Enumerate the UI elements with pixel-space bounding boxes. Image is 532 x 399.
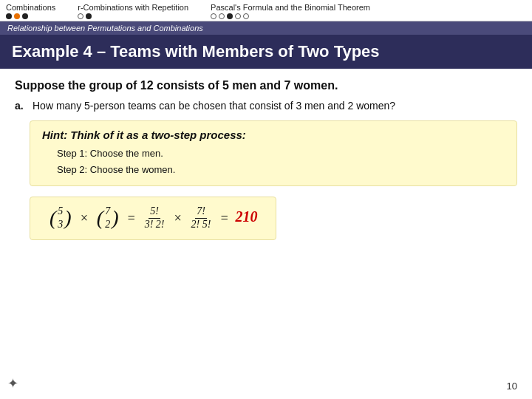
hint-box: Hint: Think of it as a two-step process:… — [30, 120, 517, 186]
nav-dots-r-combinations — [78, 13, 188, 19]
times-symbol-1: × — [80, 211, 89, 225]
binom-2: ( 7 2 ) — [97, 205, 119, 231]
nav-arrow[interactable]: ✦ — [7, 375, 18, 392]
dot-2 — [14, 13, 20, 19]
part-a: a. How many 5-person teams can be chosen… — [15, 100, 517, 112]
dot-p-4 — [235, 13, 241, 19]
equals-symbol-1: = — [126, 211, 135, 225]
nav-section-combinations[interactable]: Combinations — [6, 3, 55, 19]
nav-section-pascal-title: Pascal's Formula and the Binomial Theore… — [211, 3, 370, 12]
fraction-2: 7! 2! 5! — [190, 205, 213, 231]
main-title: Example 4 – Teams with Members of Two Ty… — [12, 42, 380, 61]
formula-text: ( 5 3 ) × ( 7 2 ) = 5! 3! 2! — [48, 208, 236, 225]
nav-section-combinations-title: Combinations — [6, 3, 55, 12]
dot-p-3 — [227, 13, 233, 19]
hint-step1: Step 1: Choose the men. — [57, 146, 505, 162]
nav-dots-combinations — [6, 13, 55, 19]
nav-section-pascal[interactable]: Pascal's Formula and the Binomial Theore… — [211, 3, 370, 19]
hint-step2: Step 2: Choose the women. — [57, 162, 505, 178]
dot-p-5 — [243, 13, 249, 19]
equals-symbol-2: = — [219, 211, 228, 225]
nav-section-r-combinations-title: r-Combinations with Repetition — [78, 3, 188, 12]
fraction-1: 5! 3! 2! — [143, 205, 166, 231]
times-symbol-2: × — [173, 211, 182, 225]
formula-result: 210 — [236, 208, 258, 225]
binom-1: ( 5 3 ) — [50, 205, 72, 231]
content-area: Suppose the group of 12 consists of 5 me… — [0, 69, 532, 250]
suppose-text: Suppose the group of 12 consists of 5 me… — [15, 79, 517, 92]
subtitle-text: Relationship between Permutations and Co… — [7, 24, 203, 33]
main-title-bar: Example 4 – Teams with Members of Two Ty… — [0, 35, 532, 69]
subtitle-bar: Relationship between Permutations and Co… — [0, 21, 532, 35]
part-a-label: a. — [15, 100, 28, 112]
dot-1 — [6, 13, 12, 19]
dot-p-2 — [219, 13, 225, 19]
dot-r-2 — [86, 13, 92, 19]
top-nav: Combinations r-Combinations with Repetit… — [0, 0, 532, 21]
formula-box: ( 5 3 ) × ( 7 2 ) = 5! 3! 2! — [30, 197, 276, 239]
part-a-text: How many 5-person teams can be chosen th… — [33, 100, 395, 112]
dot-3 — [22, 13, 28, 19]
dot-p-1 — [211, 13, 216, 19]
page-number: 10 — [507, 381, 517, 392]
dot-r-1 — [78, 13, 83, 19]
nav-section-r-combinations[interactable]: r-Combinations with Repetition — [78, 3, 188, 19]
hint-title: Hint: Think of it as a two-step process: — [42, 129, 505, 141]
nav-dots-pascal — [211, 13, 370, 19]
